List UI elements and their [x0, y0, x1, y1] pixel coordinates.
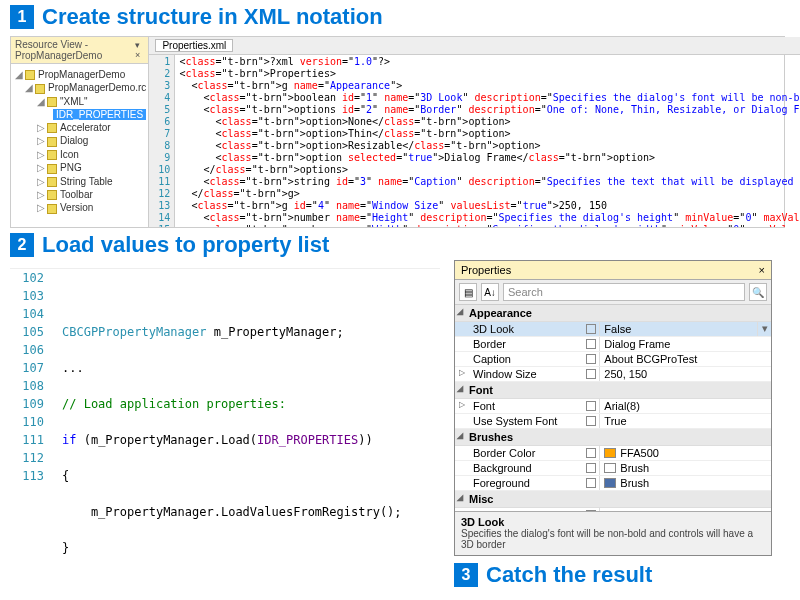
- tree-item: ▷Version: [13, 201, 146, 214]
- step2-badge: 2: [10, 233, 34, 257]
- properties-toolbar: ▤ A↓ Search 🔍: [455, 280, 771, 305]
- tree-item: ▷Accelerator: [13, 121, 146, 134]
- resource-tree[interactable]: ◢PropManagerDemo ◢PropManagerDemo.rc ◢"X…: [11, 64, 148, 227]
- desc-title: 3D Look: [461, 516, 765, 528]
- tab-properties-xml[interactable]: Properties.xml: [155, 39, 233, 52]
- tree-selected-item[interactable]: IDR_PROPERTIES: [13, 108, 146, 121]
- alphabetical-icon[interactable]: A↓: [481, 283, 499, 301]
- categorized-icon[interactable]: ▤: [459, 283, 477, 301]
- step3-header: 3 Catch the result: [454, 562, 652, 588]
- tree-xml-folder: ◢"XML": [13, 95, 146, 108]
- property-group[interactable]: Misc: [455, 491, 771, 508]
- property-row[interactable]: ForegroundBrush: [455, 476, 771, 491]
- cpp-snippet: 102103104105106107108109110111112113 CBC…: [10, 268, 440, 600]
- property-row[interactable]: Window Size▷ 250, 150: [455, 367, 771, 382]
- line-gutter: 12345678910111213141516: [149, 55, 175, 227]
- step2-header: 2 Load values to property list: [10, 232, 800, 258]
- ide-panel: Resource View - PropManagerDemo ▾ × ◢Pro…: [10, 36, 785, 228]
- property-grid[interactable]: Appearance3D LookFalse▾BorderDialog Fram…: [455, 305, 771, 511]
- xml-code[interactable]: 12345678910111213141516 <class="t-brn">?…: [149, 55, 800, 227]
- property-row[interactable]: BackgroundBrush: [455, 461, 771, 476]
- property-row[interactable]: Border ColorFFA500: [455, 446, 771, 461]
- tree-item: ▷Dialog: [13, 134, 146, 147]
- resource-tree-title: Resource View - PropManagerDemo: [15, 39, 135, 61]
- editor-tabs: Properties.xml: [149, 37, 800, 55]
- resource-tree-pane: Resource View - PropManagerDemo ▾ × ◢Pro…: [11, 37, 149, 227]
- tree-item: ▷PNG: [13, 161, 146, 174]
- property-row[interactable]: 3D LookFalse▾: [455, 322, 771, 337]
- properties-panel: Properties × ▤ A↓ Search 🔍 Appearance3D …: [454, 260, 772, 556]
- property-description: 3D Look Specifies the dialog's font will…: [455, 511, 771, 555]
- property-row[interactable]: Use System FontTrue: [455, 414, 771, 429]
- pin-icon[interactable]: ▾ ×: [135, 40, 144, 60]
- tree-item: ▷String Table: [13, 175, 146, 188]
- step1-title: Create structure in XML notation: [42, 4, 383, 30]
- resource-tree-tab[interactable]: Resource View - PropManagerDemo ▾ ×: [11, 37, 148, 64]
- property-row[interactable]: CaptionAbout BCGProTest: [455, 352, 771, 367]
- step3-badge: 3: [454, 563, 478, 587]
- property-group[interactable]: Brushes: [455, 429, 771, 446]
- step1-badge: 1: [10, 5, 34, 29]
- tree-root: ◢PropManagerDemo: [13, 68, 146, 81]
- dropdown-icon[interactable]: ▾: [757, 322, 771, 336]
- property-group[interactable]: Font: [455, 382, 771, 399]
- tree-item: ▷Icon: [13, 148, 146, 161]
- xml-lines[interactable]: <class="t-brn">?xml version="1.0"?><clas…: [175, 55, 800, 227]
- xml-editor: Properties.xml 12345678910111213141516 <…: [149, 37, 800, 227]
- step1-header: 1 Create structure in XML notation: [10, 4, 800, 30]
- properties-title: Properties: [461, 264, 511, 276]
- search-input[interactable]: Search: [503, 283, 745, 301]
- property-group[interactable]: Appearance: [455, 305, 771, 322]
- step3-title: Catch the result: [486, 562, 652, 588]
- search-icon[interactable]: 🔍: [749, 283, 767, 301]
- tree-rc: ◢PropManagerDemo.rc: [13, 81, 146, 94]
- tree-item: ▷Toolbar: [13, 188, 146, 201]
- property-row[interactable]: Font▷ Arial(8): [455, 399, 771, 414]
- desc-text: Specifies the dialog's font will be non-…: [461, 528, 765, 550]
- properties-titlebar: Properties ×: [455, 261, 771, 280]
- close-icon[interactable]: ×: [759, 264, 765, 276]
- property-row[interactable]: BorderDialog Frame: [455, 337, 771, 352]
- cpp-gutter: 102103104105106107108109110111112113: [10, 269, 54, 600]
- cpp-body[interactable]: CBCGPPropertyManager m_PropertyManager; …: [54, 269, 440, 600]
- step2-title: Load values to property list: [42, 232, 329, 258]
